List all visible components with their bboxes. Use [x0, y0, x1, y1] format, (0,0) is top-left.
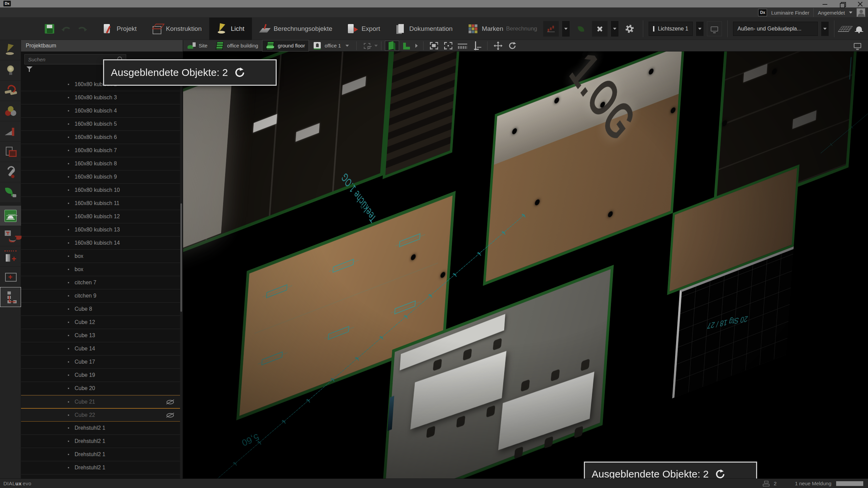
tool-energy[interactable]	[0, 182, 21, 203]
close-icon[interactable]	[856, 0, 865, 7]
tree-item[interactable]: 160x80 kubisch 4	[21, 104, 180, 118]
tree-item[interactable]: 160x80 kubisch 11	[21, 197, 180, 210]
zoom-fit-button[interactable]	[427, 41, 441, 51]
tree-item[interactable]: Cube 17	[21, 355, 180, 369]
tree-item[interactable]: Cube 22	[21, 408, 180, 422]
tree-item[interactable]: Cube 12	[21, 316, 180, 329]
minimize-icon[interactable]	[821, 0, 829, 7]
breadcrumb-site[interactable]: Site	[183, 40, 212, 52]
breadcrumb-room[interactable]: office 1	[309, 40, 353, 52]
notification-message[interactable]: 1 neue Meldung	[795, 481, 831, 486]
menu-item-datei[interactable]	[5, 11, 15, 14]
tab-berechnungsobjekte[interactable]: Berechnungsobjekte	[252, 18, 340, 40]
tool-orientation[interactable]	[0, 81, 21, 101]
tool-daylight[interactable]	[0, 206, 21, 226]
menu-item-hilfe[interactable]	[45, 11, 56, 14]
hidden-eye-icon[interactable]	[166, 400, 174, 404]
solar-panel-icon[interactable]	[838, 26, 853, 32]
menu-item-ansicht[interactable]	[35, 11, 45, 14]
tree-item[interactable]: citchen 7	[21, 276, 180, 289]
account-caret-icon[interactable]	[849, 12, 852, 14]
section-caret-icon[interactable]	[374, 45, 378, 47]
account-status[interactable]: Angemeldet	[818, 10, 845, 16]
menu-item-wechsel-zu[interactable]	[25, 11, 35, 14]
tree-item[interactable]: Cube 13	[21, 329, 180, 342]
tool-copy-object[interactable]	[0, 142, 21, 162]
refresh-icon[interactable]	[233, 66, 246, 79]
luminaire-finder-link[interactable]: Luminaire Finder	[771, 10, 809, 16]
tool-spotlight[interactable]	[0, 40, 21, 60]
tree-item[interactable]: citchen 9	[21, 289, 180, 303]
cancel-caret[interactable]	[611, 21, 618, 37]
section-tool-button[interactable]	[360, 41, 374, 51]
viewport-3d[interactable]: 1.OG Teeküche 1.OG 20 Stg 18 / 27	[183, 52, 868, 479]
cancel-calculation-button[interactable]	[592, 21, 608, 37]
planning-mode-caret[interactable]	[821, 22, 829, 36]
menu-item-bearbeiten[interactable]	[15, 11, 25, 14]
energy-button[interactable]	[573, 21, 589, 37]
network-icon[interactable]	[763, 481, 769, 486]
lightscene-select[interactable]: Lichtszene 1	[649, 22, 693, 36]
tool-text-label[interactable]	[0, 226, 21, 246]
undo-icon[interactable]	[60, 24, 71, 33]
view-3d-button[interactable]	[385, 41, 399, 51]
settings-button[interactable]	[622, 21, 637, 37]
rotate-view-button[interactable]	[505, 41, 519, 51]
tree-item[interactable]: Drehstuhl2 1	[21, 435, 180, 448]
hidden-eye-icon[interactable]	[166, 413, 174, 418]
tree-item[interactable]: 160x80 kubisch 9	[21, 170, 180, 184]
tool-falsecolor[interactable]	[0, 121, 21, 142]
bell-icon[interactable]	[856, 26, 862, 31]
redo-icon[interactable]	[77, 24, 88, 33]
tree-item[interactable]: 160x80 kubisch 14	[21, 237, 180, 250]
restore-icon[interactable]	[838, 0, 847, 7]
more-views-icon[interactable]	[415, 44, 418, 48]
tab-export[interactable]: Export	[340, 18, 388, 40]
zoom-selection-button[interactable]	[441, 41, 455, 51]
tool-column[interactable]	[0, 246, 21, 267]
tool-area[interactable]	[0, 267, 21, 287]
tool-color[interactable]	[0, 101, 21, 121]
tree-item[interactable]: Cube 19	[21, 369, 180, 382]
planning-mode-select[interactable]: Außen- und Gebäudepla...	[733, 22, 818, 36]
tree-item[interactable]: Cube 20	[21, 382, 180, 395]
tree-item[interactable]: 160x80 kubisch 13	[21, 223, 180, 237]
breadcrumb-building[interactable]: office building	[212, 40, 262, 52]
tree-item[interactable]: Drehstuhl2 1	[21, 461, 180, 474]
tree-item[interactable]: Drehstuhl2 1	[21, 422, 180, 435]
tool-lamp[interactable]	[0, 60, 21, 81]
scrollbar-thumb[interactable]	[180, 203, 182, 312]
tree-item[interactable]: Drehstuhl2 1	[21, 448, 180, 461]
tab-projekt[interactable]: Projekt	[95, 18, 144, 40]
lightscene-caret[interactable]	[696, 22, 704, 36]
tree-item[interactable]: 160x80 kubisch 8	[21, 157, 180, 170]
measure-vertical-button[interactable]	[470, 41, 484, 51]
tree-item[interactable]: 160x80 kubisch 5	[21, 118, 180, 131]
tree-item[interactable]: box	[21, 250, 180, 263]
tree-item[interactable]: 160x80 kubisch 6	[21, 131, 180, 144]
display-settings-button[interactable]	[850, 41, 865, 51]
tool-maintenance[interactable]	[0, 162, 21, 182]
tab-marken[interactable]: Marken	[460, 18, 511, 40]
tree-item[interactable]: 160x80 kubisch 3	[21, 91, 180, 104]
tree-scrollbar[interactable]	[180, 78, 182, 479]
calculation-results-button[interactable]	[543, 21, 559, 37]
tree-item[interactable]: 160x80 kubisch 7	[21, 144, 180, 157]
tree-item[interactable]: 160x80 kubisch 10	[21, 184, 180, 197]
tree-item[interactable]: 160x80 kubisch 12	[21, 210, 180, 223]
tree-item[interactable]: Cube 14	[21, 342, 180, 355]
tree-item[interactable]: Cube 21	[21, 395, 180, 408]
calculation-caret[interactable]	[562, 21, 570, 37]
measure-horizontal-button[interactable]	[455, 41, 470, 51]
tool-hierarchy[interactable]	[0, 287, 21, 307]
tab-dokumentation[interactable]: Dokumentation	[388, 18, 460, 40]
save-button[interactable]	[45, 24, 54, 34]
tab-licht[interactable]: Licht	[209, 18, 252, 40]
tab-konstruktion[interactable]: Konstruktion	[144, 18, 209, 40]
avatar[interactable]	[856, 8, 865, 17]
pan-button[interactable]	[491, 41, 505, 51]
tree-item[interactable]: box	[21, 263, 180, 276]
tree-item[interactable]: Cube 8	[21, 303, 180, 316]
lightscene-monitor-button[interactable]	[707, 21, 722, 36]
view-plan-button[interactable]	[399, 41, 413, 51]
